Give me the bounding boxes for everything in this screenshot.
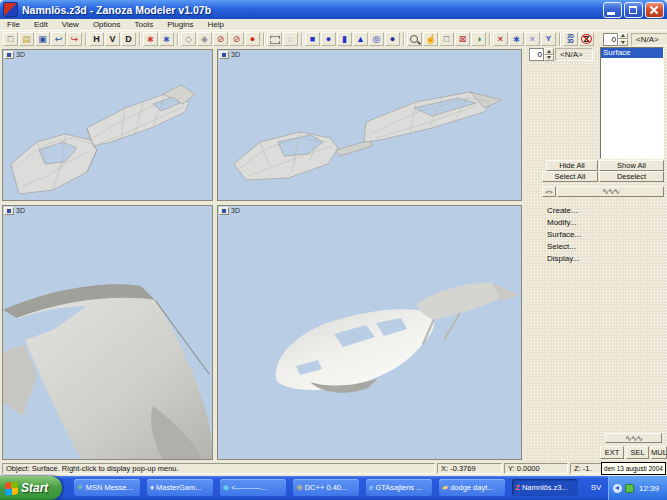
viewport-menu-button[interactable] (219, 207, 229, 215)
viewport-menu-button[interactable] (4, 207, 14, 215)
create-sphere-icon[interactable]: ● (321, 32, 336, 46)
menu-item[interactable]: Edit (27, 20, 55, 29)
close-button[interactable] (645, 2, 664, 18)
mul-mode-button[interactable]: MUL (651, 446, 667, 459)
delete-object-icon[interactable]: ⊠ (455, 32, 470, 46)
object-list[interactable]: Surface (600, 47, 664, 159)
solid-cube-icon[interactable]: ◈ (197, 32, 212, 46)
viewport-top-right[interactable]: 3D (217, 49, 522, 201)
create-disc-icon[interactable]: ● (385, 32, 400, 46)
toolbar-separator[interactable] (263, 33, 264, 46)
arcball-cube-icon[interactable]: □ (439, 32, 454, 46)
wireframe-cube-icon[interactable]: ◇ (181, 32, 196, 46)
select-rectangle-icon[interactable] (267, 32, 282, 46)
create-cylinder-icon[interactable]: ▮ (337, 32, 352, 46)
material-sphere-icon[interactable]: ◑ (471, 32, 486, 46)
bone-ik-icon[interactable]: Y (541, 32, 556, 46)
spinner-down-button[interactable] (618, 39, 628, 46)
viewport-label: 3D (16, 207, 25, 214)
restore-button[interactable] (624, 2, 643, 18)
start-button[interactable]: Start (0, 476, 62, 500)
pan-hand-icon[interactable]: ☝ (423, 32, 438, 46)
viewport-menu-button[interactable] (219, 51, 229, 59)
viewport-bottom-left[interactable]: 3D (2, 205, 213, 460)
toolbar-separator[interactable] (301, 33, 302, 46)
z-lock-icon[interactable]: Z (579, 32, 594, 46)
menu-item[interactable]: Options (86, 20, 128, 29)
taskbar-task-button[interactable]: ◆ <----------... (220, 479, 286, 496)
zoom-icon[interactable] (407, 32, 422, 46)
viewport-top-left[interactable]: 3D (2, 49, 213, 201)
show-all-button[interactable]: Show All (599, 160, 664, 171)
menu-item[interactable]: Plugins (160, 20, 200, 29)
unhide-object-icon[interactable]: ⊘ (229, 32, 244, 46)
menu-item[interactable]: Help (200, 20, 230, 29)
messenger-tray-icon[interactable] (625, 484, 634, 493)
bone-link-icon[interactable]: × (525, 32, 540, 46)
taskbar-task-button[interactable]: e GTAsajtens ... (366, 479, 432, 496)
open-folder-icon[interactable]: ▤ (19, 32, 34, 46)
taskbar-clock[interactable]: 12:39 (639, 484, 659, 493)
toolbar-separator[interactable] (139, 33, 140, 46)
taskbar-task-button[interactable]: Z Namnlös.z3... (512, 479, 578, 496)
deselect-button[interactable]: Deselect (599, 171, 664, 182)
app-icon[interactable] (3, 2, 18, 17)
vertical-view-button[interactable]: V (105, 32, 120, 46)
taskbar-task-button[interactable]: ♦ MasterGam... (147, 479, 213, 496)
export-icon[interactable]: ↪ (67, 32, 82, 46)
local-axes-icon[interactable]: ∗ (143, 32, 158, 46)
toolbar-separator[interactable] (559, 33, 560, 46)
hide-object-icon[interactable]: ⊘ (213, 32, 228, 46)
taskbar-task-button[interactable]: ▰ dodge dayt... (439, 479, 505, 496)
selection-dropdown[interactable]: <N/A> (631, 33, 667, 46)
level-spinner[interactable]: 0 (603, 33, 628, 46)
create-cone-icon[interactable]: ▲ (353, 32, 368, 46)
menu-item[interactable]: View (55, 20, 86, 29)
horizontal-view-button[interactable]: H (89, 32, 104, 46)
taskbar-task-button[interactable]: ✳ MSN Messe... (74, 479, 140, 496)
bone-move-icon[interactable]: × (493, 32, 508, 46)
create-torus-icon[interactable]: ◎ (369, 32, 384, 46)
select-circle-icon[interactable]: ◌ (283, 32, 298, 46)
surface-link[interactable]: Surface... (547, 229, 581, 240)
object-list-item[interactable]: Surface (601, 48, 663, 58)
toolbar-separator[interactable] (489, 33, 490, 46)
toolbar-separator[interactable] (177, 33, 178, 46)
vertices-mode-icon[interactable]: ∗ (159, 32, 174, 46)
panel-dropdown[interactable]: <N/A> (555, 48, 593, 61)
viewport-menu-button[interactable] (4, 51, 14, 59)
angle-button[interactable]: <> (542, 186, 556, 197)
toggle-2d3d-icon[interactable]: 2D 3D (563, 32, 578, 46)
bone-rotate-icon[interactable]: ∗ (509, 32, 524, 46)
select-all-button[interactable]: Select All (542, 171, 598, 182)
display-link[interactable]: Display... (547, 253, 579, 264)
task-icon: ▰ (442, 484, 448, 492)
select-link[interactable]: Select... (547, 241, 576, 252)
import-icon[interactable]: ↩ (51, 32, 66, 46)
hide-all-button[interactable]: Hide All (546, 160, 598, 171)
toolbar-separator[interactable] (85, 33, 86, 46)
sel-mode-button[interactable]: SEL (626, 446, 649, 459)
taskbar-task-button[interactable]: ⊕ DC++ 0.40... (293, 479, 359, 496)
panel-spinner-value[interactable]: 0 (529, 48, 544, 61)
ext-mode-button[interactable]: EXT (600, 446, 624, 459)
render-sphere-icon[interactable]: ● (245, 32, 260, 46)
create-cube-icon[interactable]: ■ (305, 32, 320, 46)
language-indicator[interactable]: SV (588, 481, 604, 495)
wave-button-bottom[interactable]: ∿∿∿ (605, 433, 662, 443)
viewport-bottom-right[interactable]: 3D (217, 205, 522, 460)
spinner-down-button[interactable] (544, 55, 554, 62)
wave-button-top[interactable]: ∿∿∿ (557, 186, 664, 197)
save-icon[interactable]: ▣ (35, 32, 50, 46)
menu-item[interactable]: File (0, 20, 27, 29)
modify-link[interactable]: Modify... (547, 217, 577, 228)
create-link[interactable]: Create... (547, 205, 578, 216)
toolbar-separator[interactable] (403, 33, 404, 46)
menu-item[interactable]: Tools (127, 20, 160, 29)
panel-spinner[interactable]: 0 (529, 48, 554, 61)
level-spinner-value[interactable]: 0 (603, 33, 618, 46)
hide-icons-chevron-icon[interactable] (613, 484, 622, 493)
minimize-button[interactable] (603, 2, 622, 18)
new-file-icon[interactable]: □ (3, 32, 18, 46)
dual-view-button[interactable]: D (121, 32, 136, 46)
